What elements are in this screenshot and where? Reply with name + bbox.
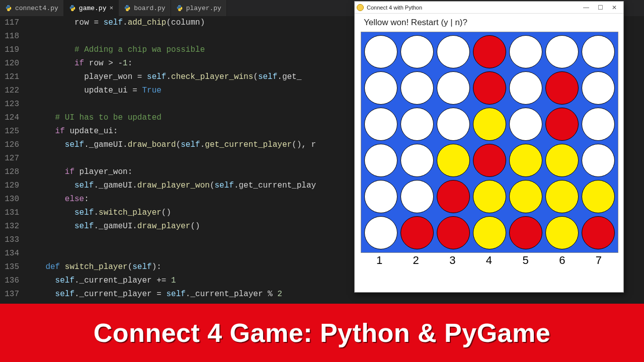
game-window: Connect 4 with Python — ☐ ✕ Yellow won! … <box>354 1 624 293</box>
line-number: 120 <box>0 57 19 70</box>
pygame-icon <box>357 4 364 11</box>
yellow-chip[interactable] <box>545 216 579 249</box>
empty-cell[interactable] <box>509 71 542 105</box>
tab-label: connect4.py <box>15 5 58 12</box>
banner-text: Connect 4 Game: Python & PyGame <box>94 318 550 348</box>
game-window-titlebar[interactable]: Connect 4 with Python — ☐ ✕ <box>355 2 623 14</box>
empty-cell[interactable] <box>400 144 434 177</box>
empty-cell[interactable] <box>364 144 397 177</box>
board-row <box>364 144 615 177</box>
title-banner: Connect 4 Game: Python & PyGame <box>0 304 644 362</box>
svg-point-4 <box>126 6 127 6</box>
empty-cell[interactable] <box>509 35 542 68</box>
yellow-chip[interactable] <box>545 180 579 213</box>
empty-cell[interactable] <box>437 35 470 68</box>
line-number: 119 <box>0 43 19 57</box>
column-label: 5 <box>509 254 542 267</box>
line-number: 134 <box>0 247 19 260</box>
python-file-icon <box>5 5 12 12</box>
svg-point-5 <box>128 10 128 11</box>
line-number: 126 <box>0 138 19 152</box>
line-number: 118 <box>0 30 19 43</box>
empty-cell[interactable] <box>582 108 615 141</box>
empty-cell[interactable] <box>400 108 434 141</box>
minimize-button[interactable]: — <box>579 4 593 11</box>
board-row <box>364 180 615 213</box>
line-number: 130 <box>0 193 19 206</box>
tab-player-py[interactable]: player.py <box>171 0 227 16</box>
tab-game-py[interactable]: game.py× <box>64 0 119 16</box>
connect4-board[interactable] <box>361 32 618 253</box>
red-chip[interactable] <box>473 144 506 177</box>
red-chip[interactable] <box>437 216 470 249</box>
yellow-chip[interactable] <box>473 216 506 249</box>
empty-cell[interactable] <box>437 71 470 105</box>
empty-cell[interactable] <box>400 35 434 68</box>
tab-connect4-py[interactable]: connect4.py <box>0 0 64 16</box>
red-chip[interactable] <box>582 216 615 249</box>
yellow-chip[interactable] <box>473 108 506 141</box>
line-number: 128 <box>0 165 19 179</box>
empty-cell[interactable] <box>582 71 615 105</box>
board-row <box>364 71 615 105</box>
empty-cell[interactable] <box>364 71 397 105</box>
line-number: 122 <box>0 84 19 98</box>
line-number: 137 <box>0 288 19 301</box>
empty-cell[interactable] <box>364 180 397 213</box>
python-file-icon <box>69 5 76 12</box>
red-chip[interactable] <box>545 108 579 141</box>
empty-cell[interactable] <box>582 35 615 68</box>
line-number: 131 <box>0 206 19 220</box>
game-status-text: Yellow won! Restart (y | n)? <box>355 14 623 30</box>
svg-point-1 <box>9 10 10 11</box>
empty-cell[interactable] <box>364 216 397 249</box>
yellow-chip[interactable] <box>509 180 542 213</box>
tab-board-py[interactable]: board.py <box>119 0 171 16</box>
red-chip[interactable] <box>400 216 434 249</box>
tab-label: board.py <box>134 5 165 12</box>
red-chip[interactable] <box>545 71 579 105</box>
empty-cell[interactable] <box>509 108 542 141</box>
python-file-icon <box>176 5 183 12</box>
yellow-chip[interactable] <box>473 180 506 213</box>
line-number: 133 <box>0 233 19 247</box>
column-label: 1 <box>363 254 396 267</box>
line-number: 129 <box>0 179 19 193</box>
line-number-gutter: 1171181191201211221231241251261271281291… <box>0 16 26 304</box>
empty-cell[interactable] <box>437 108 470 141</box>
line-number: 117 <box>0 16 19 30</box>
yellow-chip[interactable] <box>437 144 470 177</box>
line-number: 121 <box>0 70 19 84</box>
line-number: 123 <box>0 98 19 111</box>
empty-cell[interactable] <box>545 35 579 68</box>
line-number: 136 <box>0 274 19 288</box>
line-number: 135 <box>0 260 19 274</box>
empty-cell[interactable] <box>364 35 397 68</box>
svg-point-6 <box>178 6 179 6</box>
column-numbers: 1234567 <box>355 253 623 270</box>
column-label: 6 <box>545 254 579 267</box>
svg-point-0 <box>8 6 8 6</box>
board-row <box>364 216 615 249</box>
empty-cell[interactable] <box>582 144 615 177</box>
tab-label: game.py <box>79 5 107 12</box>
yellow-chip[interactable] <box>582 180 615 213</box>
red-chip[interactable] <box>473 35 506 68</box>
board-row <box>364 108 615 141</box>
column-label: 2 <box>399 254 433 267</box>
line-number: 124 <box>0 111 19 125</box>
game-window-title: Connect 4 with Python <box>367 5 422 11</box>
close-tab-icon[interactable]: × <box>109 5 113 12</box>
empty-cell[interactable] <box>364 108 397 141</box>
maximize-button[interactable]: ☐ <box>593 4 607 11</box>
close-button[interactable]: ✕ <box>607 4 621 11</box>
empty-cell[interactable] <box>400 180 434 213</box>
red-chip[interactable] <box>437 180 470 213</box>
red-chip[interactable] <box>509 216 542 249</box>
column-label: 4 <box>472 254 506 267</box>
empty-cell[interactable] <box>400 71 434 105</box>
red-chip[interactable] <box>473 71 506 105</box>
svg-point-3 <box>73 10 73 11</box>
yellow-chip[interactable] <box>509 144 542 177</box>
yellow-chip[interactable] <box>545 144 579 177</box>
